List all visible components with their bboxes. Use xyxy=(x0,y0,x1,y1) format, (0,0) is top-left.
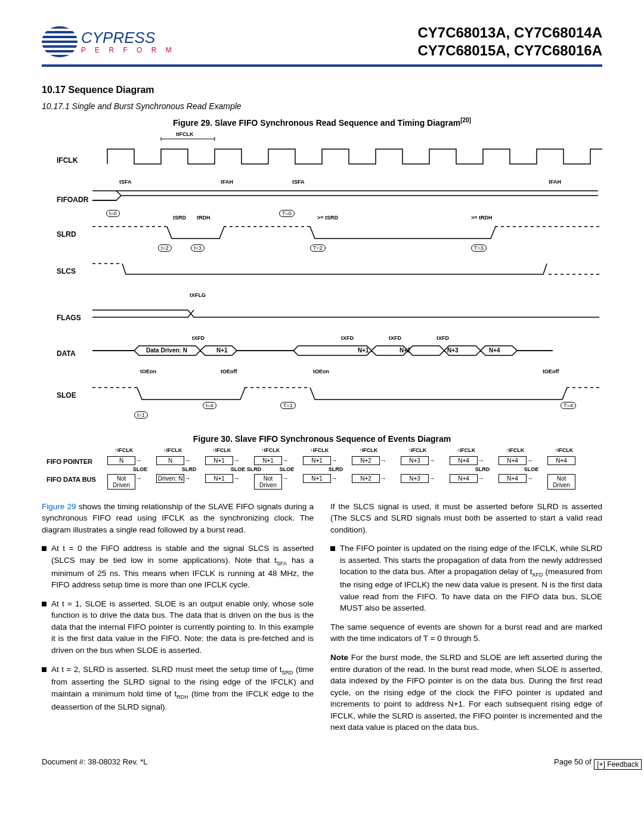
marker-T2: T=2 xyxy=(310,244,326,252)
row-label-databus: FIFO DATA BUS xyxy=(47,476,96,483)
lbl-np1-a: N+1 xyxy=(216,347,228,354)
lbl-ge-tsrd: >= tSRD xyxy=(317,215,338,221)
lbl-toeon-2: tOEon xyxy=(313,368,329,374)
logo-brand: CYPRESS xyxy=(81,30,175,45)
logo-globe-icon xyxy=(42,26,78,57)
footer-doc-id: Document #: 38-08032 Rev. *L xyxy=(42,757,148,766)
para-intro-rest: shows the timing relationship of the SLA… xyxy=(42,502,314,534)
lbl-toeoff-1: tOEoff xyxy=(221,368,237,374)
bullet-pointer: The FIFO pointer is updated on the risin… xyxy=(330,543,602,614)
lbl-data-driven-n: Data Driven: N xyxy=(146,347,187,354)
logo-text: CYPRESS P E R F O R M xyxy=(81,30,175,54)
section-heading: 10.17 Sequence Diagram xyxy=(42,85,602,95)
subsection-heading: 10.17.1 Single and Burst Synchronous Rea… xyxy=(42,101,602,111)
lbl-txfd-3: tXFD xyxy=(389,335,401,341)
figure-29-diagram: IFCLK FIFOADR SLRD SLCS FLAGS DATA SLOE xyxy=(42,131,602,423)
para-burst-intro: The same sequence of events are shown fo… xyxy=(330,621,602,645)
lbl-trdh: tRDH xyxy=(197,215,210,221)
bullet-t0: At t = 0 the FIFO address is stable and … xyxy=(42,543,314,590)
lbl-tsfa-2: tSFA xyxy=(292,179,305,185)
timing-svg xyxy=(42,131,602,423)
bullet-t1: At t = 1, SLOE is asserted. SLOE is an o… xyxy=(42,598,314,657)
left-column: Figure 29 shows the timing relationship … xyxy=(42,501,314,741)
figure-29-caption-text: Figure 29. Slave FIFO Synchronous Read S… xyxy=(173,118,460,128)
logo-tagline: P E R F O R M xyxy=(81,47,175,54)
marker-T0: T=0 xyxy=(279,210,295,217)
page-footer: Document #: 38-08032 Rev. *L Page 50 of … xyxy=(0,741,644,772)
para-note: Note For the burst mode, the SLRD and SL… xyxy=(330,652,602,733)
lbl-txflg: tXFLG xyxy=(190,292,206,298)
note-body: For the burst mode, the SLRD and SLOE ar… xyxy=(330,653,602,732)
lbl-tsfa-1: tSFA xyxy=(119,179,132,185)
lbl-txfd-1: tXFD xyxy=(192,335,205,341)
marker-t1: t=1 xyxy=(134,411,148,419)
lbl-tsrd: tSRD xyxy=(173,215,186,221)
figure-29-caption-sup: [20] xyxy=(460,117,471,123)
logo: CYPRESS P E R F O R M xyxy=(42,26,175,57)
lbl-tfah-2: tFAH xyxy=(549,179,561,185)
marker-T1: T=1 xyxy=(280,402,296,409)
header-rule xyxy=(42,64,602,67)
part-line-2: CY7C68015A, CY7C68016A xyxy=(417,42,602,60)
figure-30-caption: Figure 30. Slave FIFO Synchronous Sequen… xyxy=(42,434,602,444)
part-line-1: CY7C68013A, CY7C68014A xyxy=(417,24,602,42)
figure-29-caption: Figure 29. Slave FIFO Synchronous Read S… xyxy=(42,117,602,128)
lbl-np2: N+2 xyxy=(400,347,411,354)
feedback-button[interactable]: [+] Feedback xyxy=(594,759,642,770)
para-intro: Figure 29 shows the timing relationship … xyxy=(42,501,314,536)
lbl-toeoff-2: tOEoff xyxy=(543,368,559,374)
lbl-tifclk: tIFCLK xyxy=(176,131,194,137)
para-slcs: If the SLCS signal is used, it must be a… xyxy=(330,501,602,536)
row-label-pointer: FIFO POINTER xyxy=(47,458,92,465)
bullet-t2: At t = 2, SLRD is asserted. SLRD must me… xyxy=(42,664,314,713)
marker-t0: t=0 xyxy=(106,210,120,217)
marker-t2: t=2 xyxy=(158,244,172,252)
marker-T4: T=4 xyxy=(561,402,576,409)
figure-30-diagram: FIFO POINTER FIFO DATA BUS ↑IFCLK↑IFCLK↑… xyxy=(42,447,602,489)
marker-t4: t=4 xyxy=(203,402,216,409)
lbl-toeon-1: tOEon xyxy=(140,368,156,374)
lbl-np4: N+4 xyxy=(489,347,500,354)
lbl-np1-b: N+1 xyxy=(358,347,369,354)
body-columns: Figure 29 shows the timing relationship … xyxy=(42,501,602,741)
marker-t3: t=3 xyxy=(191,244,205,252)
link-figure-29[interactable]: Figure 29 xyxy=(42,502,76,511)
note-label: Note xyxy=(330,653,348,662)
lbl-ge-trdh: >= tRDH xyxy=(471,215,493,221)
right-column: If the SLCS signal is used, it must be a… xyxy=(330,501,602,741)
part-numbers: CY7C68013A, CY7C68014A CY7C68015A, CY7C6… xyxy=(417,24,602,60)
lbl-txfd-4: tXFD xyxy=(436,335,449,341)
marker-T3: T=3 xyxy=(471,244,487,252)
lbl-np3: N+3 xyxy=(447,347,459,354)
lbl-tfah-1: tFAH xyxy=(221,179,233,185)
lbl-txfd-2: tXFD xyxy=(341,335,354,341)
page-header: CYPRESS P E R F O R M CY7C68013A, CY7C68… xyxy=(0,0,644,64)
